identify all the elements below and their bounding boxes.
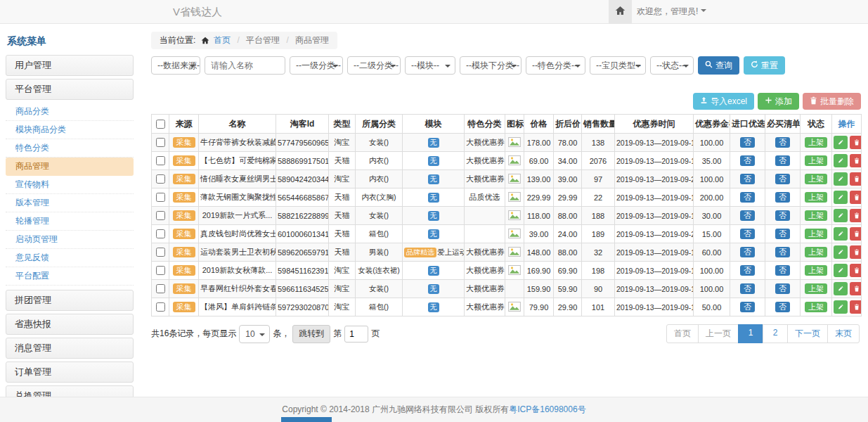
search-button[interactable]: 查询	[698, 56, 739, 75]
must-buy-toggle[interactable]: 否	[775, 302, 790, 312]
sidebar-item-splash-management[interactable]: 启动页管理	[6, 231, 134, 249]
sidebar-section-savings-news[interactable]: 省惠快报	[6, 314, 134, 335]
import-select-toggle[interactable]: 否	[740, 229, 755, 239]
module-select[interactable]: --模块--	[405, 56, 455, 75]
row-checkbox[interactable]	[156, 229, 165, 238]
pager-first[interactable]: 首页	[666, 324, 699, 343]
item-type-select[interactable]: --宝贝类型--	[590, 56, 646, 75]
import-select-toggle[interactable]: 否	[740, 265, 755, 276]
sidebar-item-promo-material[interactable]: 宣传物料	[6, 176, 134, 194]
status-toggle[interactable]: 上架	[805, 247, 827, 257]
must-buy-toggle[interactable]: 否	[775, 174, 790, 184]
pager-last[interactable]: 末页	[827, 324, 860, 343]
import-select-toggle[interactable]: 否	[740, 155, 755, 166]
data-source-select[interactable]: --数据来源--	[151, 56, 200, 75]
status-toggle[interactable]: 上架	[805, 155, 827, 166]
sidebar-item-goods-category[interactable]: 商品分类	[6, 103, 134, 121]
select-all-checkbox[interactable]	[156, 120, 165, 129]
row-checkbox[interactable]	[156, 138, 165, 147]
category1-select[interactable]: --一级分类--	[290, 56, 343, 75]
sidebar-section-message[interactable]: 消息管理	[6, 338, 134, 359]
delete-button[interactable]	[850, 282, 862, 295]
edit-button[interactable]	[834, 245, 848, 259]
sidebar-item-module-goods-category[interactable]: 模块商品分类	[6, 121, 134, 139]
must-buy-toggle[interactable]: 否	[775, 247, 790, 257]
import-select-toggle[interactable]: 否	[740, 247, 755, 257]
status-toggle[interactable]: 上架	[805, 210, 827, 221]
row-checkbox[interactable]	[156, 211, 165, 220]
sidebar-section-group-buy[interactable]: 拼团管理	[6, 290, 134, 311]
user-menu[interactable]: 欢迎您，管理员!	[637, 0, 706, 23]
delete-button[interactable]	[850, 191, 862, 204]
breadcrumb-home-link[interactable]: 首页	[214, 35, 231, 45]
page-size-select[interactable]: 10	[239, 325, 270, 343]
pager-prev[interactable]: 上一页	[698, 324, 739, 343]
import-select-toggle[interactable]: 否	[740, 192, 755, 203]
sidebar-item-feature-category[interactable]: 特色分类	[6, 139, 134, 158]
sidebar-item-goods-management[interactable]: 商品管理	[6, 158, 134, 176]
must-buy-toggle[interactable]: 否	[775, 155, 790, 166]
home-nav-button[interactable]	[609, 0, 632, 23]
delete-button[interactable]	[850, 209, 862, 222]
import-select-toggle[interactable]: 否	[740, 174, 755, 184]
status-toggle[interactable]: 上架	[805, 192, 827, 203]
delete-button[interactable]	[850, 136, 862, 149]
row-checkbox[interactable]	[156, 174, 165, 184]
row-checkbox[interactable]	[156, 248, 165, 257]
status-toggle[interactable]: 上架	[805, 137, 827, 148]
status-select[interactable]: --状态--	[650, 56, 694, 75]
icp-link[interactable]: 粤ICP备16098006号	[509, 404, 585, 416]
must-buy-toggle[interactable]: 否	[775, 137, 790, 148]
edit-button[interactable]	[834, 209, 848, 222]
feature-category-select[interactable]: --特色分类--	[526, 56, 585, 75]
row-checkbox[interactable]	[156, 193, 165, 202]
status-toggle[interactable]: 上架	[805, 174, 827, 184]
import-select-toggle[interactable]: 否	[740, 137, 755, 148]
edit-button[interactable]	[834, 264, 848, 277]
edit-button[interactable]	[834, 227, 848, 241]
sidebar-item-version-management[interactable]: 版本管理	[6, 194, 134, 212]
edit-button[interactable]	[834, 282, 848, 295]
delete-button[interactable]	[850, 300, 862, 314]
status-toggle[interactable]: 上架	[805, 265, 827, 276]
add-button[interactable]: 添加	[758, 93, 799, 110]
status-toggle[interactable]: 上架	[805, 229, 827, 239]
row-checkbox[interactable]	[156, 266, 165, 275]
jump-page-input[interactable]	[344, 326, 368, 343]
row-checkbox[interactable]	[156, 284, 165, 293]
import-select-toggle[interactable]: 否	[740, 302, 755, 312]
jump-button[interactable]: 跳转到	[292, 325, 330, 343]
category2-select[interactable]: --二级分类--	[347, 56, 401, 75]
module-sub-category-select[interactable]: --模块下分类--	[460, 56, 522, 75]
edit-button[interactable]	[834, 300, 848, 314]
row-checkbox[interactable]	[156, 156, 165, 165]
status-toggle[interactable]: 上架	[805, 302, 827, 312]
delete-button[interactable]	[850, 154, 862, 167]
status-toggle[interactable]: 上架	[805, 283, 827, 294]
must-buy-toggle[interactable]: 否	[775, 210, 790, 221]
batch-delete-button[interactable]: 批量删除	[803, 93, 861, 110]
pager-page-1[interactable]: 1	[738, 324, 763, 343]
sidebar-item-platform-config[interactable]: 平台配置	[6, 267, 134, 286]
delete-button[interactable]	[850, 245, 862, 259]
sidebar-section-order[interactable]: 订单管理	[6, 362, 134, 383]
edit-button[interactable]	[834, 136, 848, 149]
pager-next[interactable]: 下一页	[787, 324, 828, 343]
sidebar-section-users[interactable]: 用户管理	[6, 55, 134, 76]
import-select-toggle[interactable]: 否	[740, 210, 755, 221]
sidebar-section-platform[interactable]: 平台管理	[6, 79, 134, 100]
sidebar-item-feedback[interactable]: 意见反馈	[6, 249, 134, 267]
must-buy-toggle[interactable]: 否	[775, 283, 790, 294]
must-buy-toggle[interactable]: 否	[775, 265, 790, 276]
delete-button[interactable]	[850, 264, 862, 277]
reset-button[interactable]: 重置	[744, 56, 785, 75]
row-checkbox[interactable]	[156, 302, 165, 312]
edit-button[interactable]	[834, 172, 848, 186]
pager-page-2[interactable]: 2	[763, 324, 788, 343]
must-buy-toggle[interactable]: 否	[775, 192, 790, 203]
import-select-toggle[interactable]: 否	[740, 283, 755, 294]
must-buy-toggle[interactable]: 否	[775, 229, 790, 239]
name-search-input[interactable]	[205, 56, 285, 75]
edit-button[interactable]	[834, 154, 848, 167]
delete-button[interactable]	[850, 227, 862, 241]
